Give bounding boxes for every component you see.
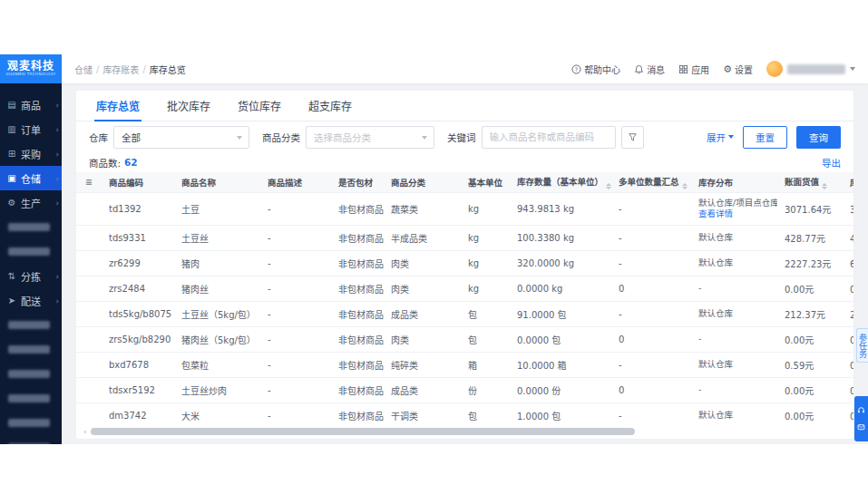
breadcrumb-separator: / bbox=[96, 64, 99, 74]
breadcrumb-item[interactable]: 仓储 bbox=[74, 63, 93, 76]
column-header[interactable]: 多单位数量汇总 bbox=[611, 172, 691, 192]
cell: 非包材商品 bbox=[331, 276, 384, 301]
chevron-right-icon: › bbox=[55, 272, 59, 281]
chevron-right-icon: › bbox=[55, 150, 59, 159]
row-gutter bbox=[76, 192, 102, 225]
avatar bbox=[766, 61, 783, 77]
cell: 非包材商品 bbox=[331, 326, 384, 352]
cell: kg bbox=[461, 225, 510, 250]
horizontal-scrollbar[interactable]: ‹ bbox=[83, 426, 846, 437]
cell: 土豆丝炒肉 bbox=[174, 377, 260, 402]
column-settings-icon[interactable]: ≡ bbox=[85, 177, 93, 187]
search-button[interactable]: 查询 bbox=[796, 126, 841, 149]
filter-bar: 仓库 全部 商品分类 选择商品分类 关键词 bbox=[76, 121, 853, 152]
blurred-label bbox=[8, 443, 50, 444]
tab-inventory-overview[interactable]: 库存总览 bbox=[94, 91, 141, 121]
svg-text:?: ? bbox=[575, 65, 578, 72]
expand-toggle[interactable]: 展开 bbox=[707, 131, 734, 144]
sidebar-item-配送[interactable]: ➤配送› bbox=[0, 288, 62, 313]
inventory-card: 库存总览 批次库存 货位库存 超支库存 仓库 全部 商品分类 选择商品分类 bbox=[76, 91, 853, 439]
sidebar-item-商品[interactable]: ▤商品› bbox=[0, 92, 62, 117]
export-link[interactable]: 导出 bbox=[822, 156, 841, 170]
cell-distribution: 默认仓库 bbox=[691, 352, 777, 377]
cell: 包菜粒 bbox=[174, 352, 260, 377]
cell: zrs5kg/b8290 bbox=[102, 326, 174, 352]
chevron-right-icon: › bbox=[55, 199, 59, 208]
main-column: 仓储 / 库存账表 / 库存总览 ? 帮助中心 消息 应用 bbox=[62, 54, 868, 444]
column-header: 基本单位 bbox=[461, 172, 510, 192]
help-center-button[interactable]: ? 帮助中心 bbox=[571, 63, 620, 76]
breadcrumb-item[interactable]: 库存账表 bbox=[102, 63, 139, 76]
sidebar-item-采购[interactable]: ⊞采购› bbox=[0, 141, 62, 166]
cell: kg bbox=[461, 276, 510, 301]
cell: 包 bbox=[461, 326, 510, 352]
messages-button[interactable]: 消息 bbox=[634, 63, 665, 76]
warehouse-select[interactable]: 全部 bbox=[113, 126, 249, 149]
sidebar-item-blurred[interactable] bbox=[0, 239, 62, 264]
scroll-left-arrow-icon[interactable]: ‹ bbox=[83, 428, 87, 436]
chevron-right-icon: › bbox=[55, 125, 59, 134]
cell: 943.9813 kg bbox=[510, 192, 611, 225]
user-menu[interactable] bbox=[766, 61, 855, 77]
sort-icon[interactable] bbox=[606, 183, 611, 190]
blurred-label bbox=[8, 247, 50, 256]
cell-distribution: - bbox=[691, 326, 777, 352]
apps-icon bbox=[678, 64, 688, 74]
sidebar-item-blurred[interactable] bbox=[0, 435, 62, 444]
task-panel-handle[interactable]: 参任务 bbox=[856, 328, 868, 363]
sort-icon[interactable] bbox=[822, 183, 827, 190]
sidebar-item-blurred[interactable] bbox=[0, 215, 62, 239]
category-label: 商品分类 bbox=[262, 131, 300, 144]
cell-average-price: 0.00元 bbox=[843, 276, 853, 301]
settings-button[interactable]: ⚙ 设置 bbox=[723, 63, 753, 76]
sidebar-item-blurred[interactable] bbox=[0, 362, 62, 386]
column-header: 商品编码 bbox=[102, 172, 174, 192]
sidebar-item-仓储[interactable]: ▣仓储› bbox=[0, 166, 62, 190]
sidebar-item-生产[interactable]: ⚙生产› bbox=[0, 190, 62, 215]
warehouse-icon: ▣ bbox=[6, 173, 17, 183]
chevron-down-icon bbox=[237, 136, 242, 140]
sort-icon[interactable] bbox=[682, 183, 688, 190]
sidebar-item-订单[interactable]: ▥订单› bbox=[0, 117, 62, 141]
sidebar-item-分拣[interactable]: ⇅分拣› bbox=[0, 264, 62, 288]
cell: 0.0000 包 bbox=[510, 326, 611, 352]
sidebar-item-label: 采购 bbox=[21, 147, 41, 161]
category-select[interactable]: 选择商品分类 bbox=[306, 126, 434, 149]
cell: - bbox=[260, 192, 331, 225]
cell: - bbox=[611, 225, 691, 250]
messages-label: 消息 bbox=[647, 63, 665, 76]
column-header[interactable]: 库存数量（基本单位） bbox=[510, 172, 611, 192]
table-row: zrs5kg/b8290猪肉丝（5kg/包）-非包材商品肉类包0.0000 包0… bbox=[76, 326, 853, 352]
cell-average-price: 6.96元 bbox=[843, 250, 853, 276]
chevron-down-icon bbox=[728, 135, 734, 139]
tab-overdraft-inventory[interactable]: 超支库存 bbox=[307, 91, 354, 121]
sidebar-item-blurred[interactable] bbox=[0, 313, 62, 337]
warehouse-value: 全部 bbox=[122, 131, 141, 144]
cell: 91.0000 包 bbox=[510, 301, 611, 326]
customer-service-widget[interactable] bbox=[854, 396, 868, 441]
sidebar-item-blurred[interactable] bbox=[0, 337, 62, 362]
keyword-input[interactable] bbox=[482, 126, 616, 149]
tab-batch-inventory[interactable]: 批次库存 bbox=[165, 91, 212, 121]
table-header-row: ≡商品编码商品名称商品描述是否包材商品分类基本单位库存数量（基本单位）多单位数量… bbox=[76, 172, 853, 192]
advanced-filter-button[interactable] bbox=[621, 126, 644, 149]
chevron-right-icon: › bbox=[55, 174, 59, 183]
apps-button[interactable]: 应用 bbox=[678, 63, 709, 76]
column-header: 商品名称 bbox=[174, 172, 260, 192]
scrollbar-track[interactable] bbox=[91, 428, 846, 435]
sidebar-item-blurred[interactable] bbox=[0, 386, 62, 411]
reset-button[interactable]: 重置 bbox=[743, 126, 787, 149]
cell: 非包材商品 bbox=[331, 402, 384, 426]
tab-bar: 库存总览 批次库存 货位库存 超支库存 bbox=[76, 91, 853, 121]
table-row: zr6299猪肉-非包材商品肉类kg320.0000 kg-默认仓库2227.2… bbox=[76, 250, 853, 276]
category-placeholder: 选择商品分类 bbox=[314, 131, 371, 144]
cell-book-value: 428.77元 bbox=[777, 225, 843, 250]
tab-location-inventory[interactable]: 货位库存 bbox=[236, 91, 283, 121]
chevron-down-icon bbox=[422, 136, 427, 140]
column-header[interactable]: 账面货值 bbox=[777, 172, 843, 192]
cell: 320.0000 kg bbox=[510, 250, 611, 276]
chevron-right-icon: › bbox=[55, 101, 59, 110]
view-details-link[interactable]: 查看详情 bbox=[698, 208, 774, 219]
sidebar-item-blurred[interactable] bbox=[0, 411, 62, 435]
scrollbar-thumb[interactable] bbox=[91, 428, 635, 435]
